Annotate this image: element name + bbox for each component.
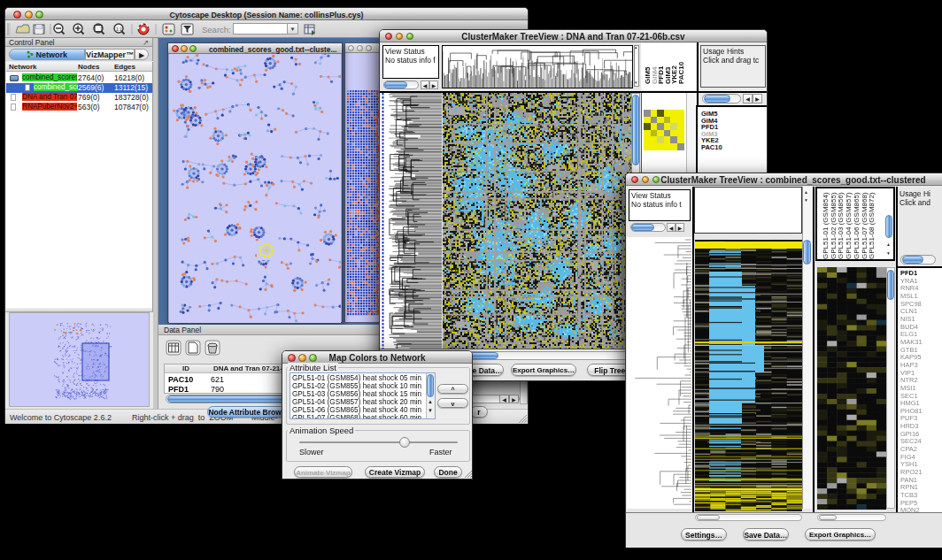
svg-text:1:1: 1:1 — [116, 27, 122, 32]
